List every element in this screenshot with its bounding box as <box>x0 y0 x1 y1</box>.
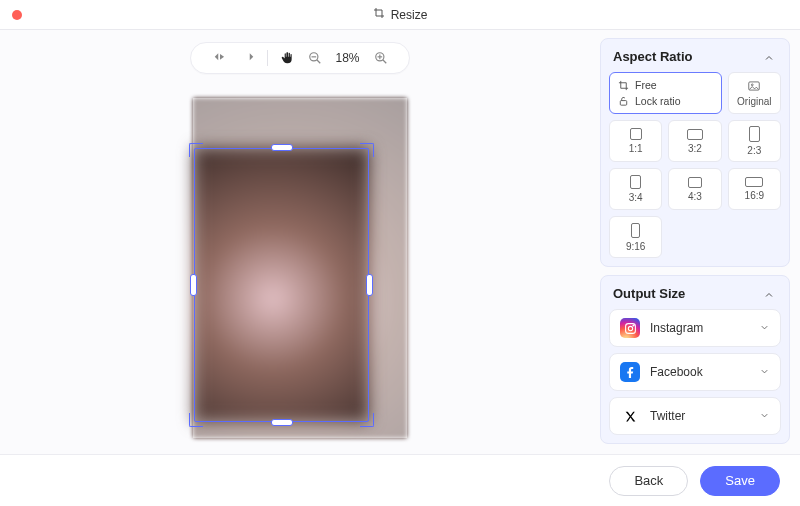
ratio-1-1-button[interactable]: 1:1 <box>609 120 662 162</box>
output-facebook[interactable]: Facebook <box>609 353 781 391</box>
aspect-ratio-section: Aspect Ratio Free Lock ratio <box>600 38 790 267</box>
svg-line-6 <box>382 60 386 64</box>
rect-16-9-icon <box>745 177 763 187</box>
ratio-1-1-label: 1:1 <box>629 143 643 154</box>
rect-3-4-icon <box>630 175 641 189</box>
chevron-down-icon <box>759 363 770 381</box>
canvas-area: 18% <box>0 30 600 454</box>
close-window-button[interactable] <box>12 10 22 20</box>
page-title: Resize <box>373 7 428 22</box>
chevron-up-icon <box>763 287 777 301</box>
chevron-down-icon <box>759 319 770 337</box>
chevron-up-icon <box>763 50 777 64</box>
title-text: Resize <box>391 8 428 22</box>
canvas-toolbar: 18% <box>190 42 410 74</box>
output-instagram[interactable]: Instagram <box>609 309 781 347</box>
save-button[interactable]: Save <box>700 466 780 496</box>
pan-tool-button[interactable] <box>278 49 296 67</box>
chevron-down-icon <box>759 407 770 425</box>
crop-handle-left[interactable] <box>190 274 197 296</box>
ratio-free-button[interactable]: Free Lock ratio <box>609 72 722 114</box>
window: Resize 18% <box>0 0 800 506</box>
ratio-3-4-label: 3:4 <box>629 192 643 203</box>
svg-line-2 <box>316 60 320 64</box>
ratio-original-button[interactable]: Original <box>728 72 781 114</box>
svg-point-9 <box>752 84 754 86</box>
ratio-9-16-button[interactable]: 9:16 <box>609 216 662 258</box>
output-size-title: Output Size <box>613 286 685 301</box>
square-icon <box>630 128 642 140</box>
output-facebook-label: Facebook <box>650 365 749 379</box>
redo-button[interactable] <box>239 49 257 67</box>
rect-9-16-icon <box>631 223 640 238</box>
output-twitter-label: Twitter <box>650 409 749 423</box>
output-list: Instagram Facebook <box>609 309 781 435</box>
crop-handle-top[interactable] <box>271 144 293 151</box>
crop-handle-top-right[interactable] <box>360 143 374 157</box>
aspect-ratio-title: Aspect Ratio <box>613 49 692 64</box>
back-button-label: Back <box>634 473 663 488</box>
crop-handle-bottom-left[interactable] <box>189 413 203 427</box>
ratio-3-4-button[interactable]: 3:4 <box>609 168 662 210</box>
aspect-ratio-header[interactable]: Aspect Ratio <box>609 47 781 72</box>
toolbar-divider <box>267 50 268 66</box>
save-button-label: Save <box>725 473 755 488</box>
output-size-section: Output Size Instagram <box>600 275 790 444</box>
body: 18% <box>0 30 800 454</box>
side-panel: Aspect Ratio Free Lock ratio <box>600 30 800 454</box>
crop-handle-bottom[interactable] <box>271 419 293 426</box>
aspect-ratio-grid: Free Lock ratio Original 1:1 <box>609 72 781 258</box>
svg-point-12 <box>632 324 633 325</box>
twitter-x-icon <box>620 406 640 426</box>
ratio-lock-label: Lock ratio <box>635 95 681 107</box>
titlebar: Resize <box>0 0 800 30</box>
crop-handle-right[interactable] <box>366 274 373 296</box>
ratio-original-label: Original <box>737 96 771 107</box>
zoom-level: 18% <box>334 51 362 65</box>
svg-rect-7 <box>620 100 626 105</box>
ratio-2-3-label: 2:3 <box>747 145 761 156</box>
back-button[interactable]: Back <box>609 466 688 496</box>
ratio-16-9-label: 16:9 <box>745 190 764 201</box>
crop-handle-bottom-right[interactable] <box>360 413 374 427</box>
ratio-4-3-button[interactable]: 4:3 <box>668 168 721 210</box>
ratio-2-3-button[interactable]: 2:3 <box>728 120 781 162</box>
output-size-header[interactable]: Output Size <box>609 284 781 309</box>
ratio-4-3-label: 4:3 <box>688 191 702 202</box>
ratio-3-2-label: 3:2 <box>688 143 702 154</box>
svg-point-11 <box>628 326 632 330</box>
output-instagram-label: Instagram <box>650 321 749 335</box>
image-stage[interactable] <box>193 98 407 438</box>
rect-2-3-icon <box>749 126 760 142</box>
crop-border <box>194 148 369 422</box>
ratio-9-16-label: 9:16 <box>626 241 645 252</box>
zoom-in-button[interactable] <box>372 49 390 67</box>
ratio-3-2-button[interactable]: 3:2 <box>668 120 721 162</box>
output-twitter[interactable]: Twitter <box>609 397 781 435</box>
instagram-icon <box>620 318 640 338</box>
ratio-free-label: Free <box>635 79 657 91</box>
ratio-16-9-button[interactable]: 16:9 <box>728 168 781 210</box>
crop-icon <box>373 7 385 22</box>
crop-region[interactable] <box>194 148 369 422</box>
zoom-out-button[interactable] <box>306 49 324 67</box>
footer: Back Save <box>0 454 800 506</box>
undo-button[interactable] <box>211 49 229 67</box>
rect-3-2-icon <box>687 129 703 140</box>
crop-handle-top-left[interactable] <box>189 143 203 157</box>
facebook-icon <box>620 362 640 382</box>
rect-4-3-icon <box>688 177 702 188</box>
